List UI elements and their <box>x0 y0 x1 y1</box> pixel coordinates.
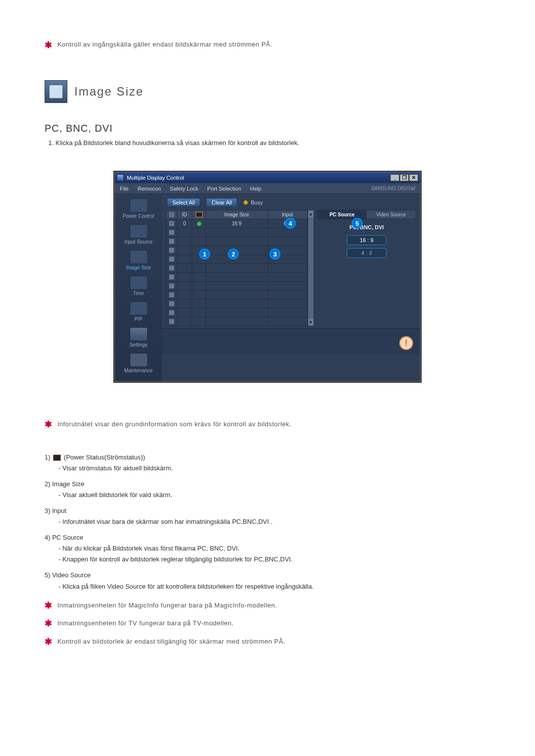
desc-4-sub2: - Knappen för kontroll av bildstorlek re… <box>58 554 490 565</box>
power-status-inline-icon <box>53 454 61 461</box>
desc-2-title: Image Size <box>52 480 84 488</box>
table-header-row: ID Image Size Input <box>166 210 308 219</box>
desc-1-title: (Power Status(Strömstatus)) <box>64 454 145 461</box>
asterisk-icon: ✱ <box>45 601 53 610</box>
row-checkbox-icon[interactable] <box>169 221 174 226</box>
sidebar-item-pip[interactable]: PIP <box>119 300 159 325</box>
row-checkbox-icon[interactable] <box>169 265 174 271</box>
sidebar-item-power[interactable]: Power Control <box>119 197 159 222</box>
row-checkbox-icon[interactable] <box>169 248 174 253</box>
callout-2: 2 <box>228 249 239 259</box>
note-info-grid-text: Inforutnätet visar den grundinformation … <box>57 420 292 428</box>
table-scrollbar[interactable]: ▲ ▼ <box>308 210 314 326</box>
busy-label: Busy <box>251 200 263 205</box>
row-checkbox-icon[interactable] <box>169 256 174 262</box>
time-icon <box>130 276 148 290</box>
menu-help[interactable]: Help <box>250 186 262 192</box>
clear-all-button[interactable]: Clear All <box>206 198 237 207</box>
note-tv-text: Inmatningsenheten för TV fungerar bara p… <box>57 619 234 627</box>
ratio-4-3-button[interactable]: 4 : 3 <box>347 248 386 258</box>
desc-item-4: 4) PC Source - När du klickar på Bildsto… <box>45 532 490 565</box>
desc-5-sub: - Klicka på fliken Video Source för att … <box>58 581 490 592</box>
sidebar-label-settings: Settings <box>129 342 147 348</box>
table-row <box>166 317 308 326</box>
footer-strip: ! <box>162 328 420 354</box>
table-row <box>166 264 308 273</box>
app-icon <box>117 174 124 181</box>
desc-item-3: 3) Input - Inforutnätet visar bara de sk… <box>45 505 490 527</box>
brand-label: SAMSUNG DIGITall <box>371 186 415 191</box>
scroll-up-icon[interactable]: ▲ <box>308 210 314 217</box>
close-button[interactable]: ✕ <box>409 174 418 181</box>
desc-5-title: Video Source <box>52 571 91 579</box>
row-checkbox-icon[interactable] <box>169 283 174 289</box>
row-checkbox-icon[interactable] <box>169 230 174 235</box>
tab-video-source[interactable]: Video Source <box>367 210 416 219</box>
col-input[interactable]: Input <box>268 210 307 219</box>
desc-1-number: 1) <box>45 454 51 461</box>
desc-3-title: Input <box>52 507 66 514</box>
sidebar-item-input[interactable]: Input Source <box>119 223 159 248</box>
desc-2-sub: - Visar aktuell bildstorlek för vald skä… <box>58 490 490 501</box>
menubar: File Remocon Safety Lock Port Selection … <box>115 183 420 194</box>
image-size-icon <box>130 250 148 264</box>
col-image-size[interactable]: Image Size <box>206 210 268 219</box>
tab-pc-source[interactable]: PC Source <box>318 210 367 219</box>
window-title: Multiple Display Control <box>127 175 184 181</box>
note-magicinfo-text: Inmatningsenheten för MagicInfo fungerar… <box>57 601 277 608</box>
desc-4-sub1: - När du klickar på Bildstorlek visas fö… <box>58 543 490 554</box>
warning-icon: ! <box>399 336 413 350</box>
description-area: ✱ Inforutnätet visar den grundinformatio… <box>45 417 490 649</box>
asterisk-icon: ✱ <box>45 419 53 429</box>
sidebar-item-image-size[interactable]: Image Size <box>119 249 159 273</box>
menu-safety-lock[interactable]: Safety Lock <box>170 186 198 192</box>
restore-button[interactable]: ❐ <box>400 174 409 181</box>
section-heading: Image Size <box>45 80 490 103</box>
maintenance-icon <box>130 353 148 367</box>
note-top-text: Kontroll av ingångskälla gäller endast b… <box>57 41 273 48</box>
col-checkbox[interactable] <box>166 210 177 219</box>
table-row <box>166 282 308 291</box>
col-power[interactable] <box>192 210 206 219</box>
row-checkbox-icon[interactable] <box>169 239 174 244</box>
col-id[interactable]: ID <box>177 210 192 219</box>
instruction-step-1: Klicka på Bildstorlek bland huvudikonern… <box>55 139 490 147</box>
desc-item-2: 2) Image Size - Visar aktuell bildstorle… <box>45 479 490 501</box>
ratio-16-9-button[interactable]: 16 : 9 <box>347 235 386 245</box>
app-window: Multiple Display Control _ ❐ ✕ File Remo… <box>114 171 421 382</box>
sidebar-label-maintenance: Maintenance <box>124 368 153 373</box>
row-checkbox-icon[interactable] <box>169 301 174 306</box>
subheading: PC, BNC, DVI <box>45 123 490 134</box>
source-label: PC, BNC, DVI <box>317 224 416 230</box>
menu-file[interactable]: File <box>120 186 129 192</box>
row-checkbox-icon[interactable] <box>169 274 174 280</box>
window-buttons: _ ❐ ✕ <box>390 174 418 181</box>
pip-icon <box>130 302 148 315</box>
row-checkbox-icon[interactable] <box>169 292 174 298</box>
toolbar: Select All Clear All Busy <box>162 194 420 210</box>
scroll-down-icon[interactable]: ▼ <box>308 319 314 326</box>
sidebar-label-input: Input Source <box>124 239 153 245</box>
sidebar-label-pip: PIP <box>134 316 142 322</box>
menu-port-selection[interactable]: Port Selection <box>207 186 241 192</box>
minimize-button[interactable]: _ <box>390 174 399 181</box>
select-all-button[interactable]: Select All <box>167 198 200 207</box>
sidebar: Power Control Input Source Image Size Ti… <box>115 194 162 381</box>
settings-icon <box>130 327 148 341</box>
right-panel: PC Source Video Source PC, BNC, DVI 16 :… <box>317 210 416 326</box>
sidebar-label-power: Power Control <box>123 213 154 219</box>
note-tv: ✱ Inmatningsenheten för TV fungerar bara… <box>45 616 490 631</box>
row-checkbox-icon[interactable] <box>169 319 174 324</box>
note-top: ✱ Kontroll av ingångskälla gäller endast… <box>45 40 490 50</box>
sidebar-item-settings[interactable]: Settings <box>119 326 159 351</box>
note-power-on: ✱ Kontroll av bildstorlek är endast till… <box>45 634 490 650</box>
menu-remocon[interactable]: Remocon <box>138 186 161 192</box>
image-size-section-icon <box>45 80 67 103</box>
sidebar-item-time[interactable]: Time <box>119 274 159 299</box>
desc-4-title: PC Source <box>52 534 83 541</box>
sidebar-item-maintenance[interactable]: Maintenance <box>119 352 159 376</box>
row-checkbox-icon[interactable] <box>169 310 174 315</box>
table-row <box>166 291 308 300</box>
header-checkbox-icon <box>169 212 174 217</box>
desc-item-1: 1) (Power Status(Strömstatus)) - Visar s… <box>45 452 490 474</box>
